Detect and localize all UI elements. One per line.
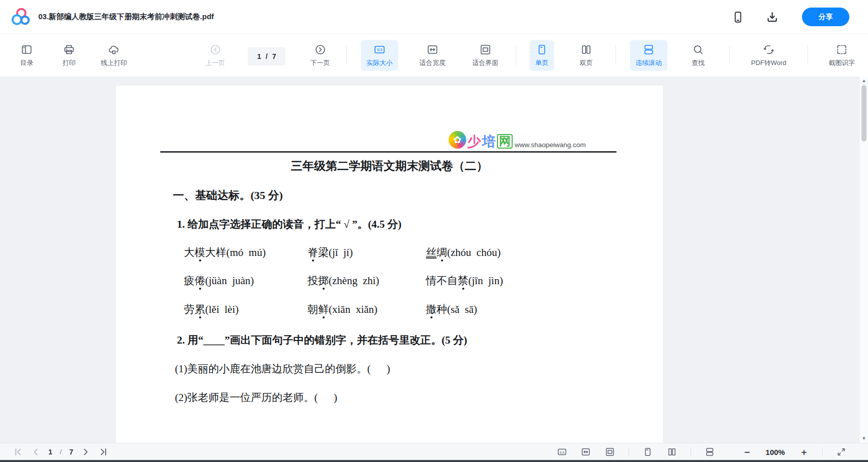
pinyin-row: 大模大样(mó mú)脊梁(jǐ jí)丝绸(zhóu chóu): [184, 245, 501, 259]
shaopeiwang-flower-logo-icon: ✿: [449, 131, 466, 149]
pdf-page: ✿ 少 培 网 www.shaopeiwang.com 三年级第二学期语文期末测…: [116, 86, 663, 443]
toc-icon: [21, 44, 33, 56]
double-page-icon: [580, 44, 592, 56]
toolbar-fit-page[interactable]: 适合界面: [467, 40, 504, 71]
single-page-icon: [536, 44, 548, 56]
toolbar-continuous-scroll[interactable]: 连续滚动: [630, 40, 667, 71]
status-page-total: 7: [69, 448, 73, 456]
viewer-content: ✿ 少 培 网 www.shaopeiwang.com 三年级第二学期语文期末测…: [0, 77, 868, 443]
sub-question-2: (2)张老师是一位严历的老师。( ): [175, 390, 337, 405]
app-logo-icon: [11, 7, 31, 27]
toolbar-prev-page[interactable]: 上一页: [200, 40, 231, 71]
toolbar: 目录 打印 线上打印 上一页: [0, 34, 868, 77]
zoom-level[interactable]: 100%: [766, 447, 785, 456]
toolbar-label: 目录: [20, 58, 33, 68]
toolbar-label: 查找: [692, 58, 705, 68]
pinyin-phrase: 投掷(zhèng zhì): [307, 274, 426, 288]
pinyin-row: 劳累(lěi lèi)朝鲜(xiān xiǎn)撒种(sǎ sā): [184, 302, 477, 316]
window-bottom-edge: [0, 460, 868, 462]
brand-char: 培: [482, 135, 495, 149]
vertical-scrollbar[interactable]: ▲ ▼: [859, 77, 868, 443]
statusbar-divider: [822, 447, 823, 456]
toolbar-label: 下一页: [311, 58, 330, 68]
first-page-icon[interactable]: [13, 447, 23, 457]
brand-char: 少: [467, 135, 481, 149]
status-continuous-scroll-icon[interactable]: [705, 447, 715, 457]
status-page-current: 1: [48, 448, 52, 456]
last-page-icon[interactable]: [98, 447, 108, 457]
question-2: 2. 用“____”画出下面句子中的错别字，并在括号里改正。(5 分): [177, 333, 467, 347]
search-icon: [692, 44, 704, 56]
status-fit-page-icon[interactable]: [605, 447, 615, 457]
page-current: 1: [257, 52, 261, 60]
pinyin-phrase: 朝鲜(xiān xiǎn): [307, 302, 426, 316]
pinyin-phrase: 劳累(lěi lèi): [184, 302, 307, 316]
pinyin-phrase: 疲倦(jüàn juàn): [184, 274, 307, 288]
scroll-down-arrow-icon[interactable]: ▼: [860, 436, 868, 441]
toolbar-label: 适合宽度: [419, 58, 446, 68]
sub-question-1: (1)美丽的小鹿在池唐边欣赏自己的倒影。( ): [175, 362, 390, 376]
toolbar-pdf-to-word[interactable]: PDF转Word: [746, 40, 792, 71]
pdf-viewer-app: 03.新部编人教版三年级下册期末考前冲刺测试卷.pdf 分享 目录: [0, 0, 868, 462]
pinyin-row: 疲倦(jüàn juàn)投掷(zhèng zhì)情不自禁(jīn jìn): [184, 274, 503, 288]
toolbar-next-page[interactable]: 下一页: [305, 40, 336, 71]
status-page-separator: /: [60, 448, 62, 455]
toolbar-double-page[interactable]: 双页: [574, 40, 598, 71]
toolbar-label: 截图识字: [829, 58, 855, 68]
brand-url: www.shaopeiwang.com: [515, 141, 586, 149]
toolbar-screenshot-ocr[interactable]: 截图识字: [823, 40, 860, 71]
toolbar-label: PDF转Word: [751, 58, 786, 68]
page-total: 7: [272, 52, 276, 60]
brand-char: 网: [497, 134, 513, 149]
toolbar-divider: [615, 46, 616, 65]
toolbar-divider: [516, 46, 516, 65]
statusbar-divider: [691, 447, 691, 456]
pinyin-phrase: 脊梁(jǐ jí): [307, 245, 426, 259]
toolbar-toc[interactable]: 目录: [15, 40, 39, 71]
zoom-out-button[interactable]: −: [744, 447, 750, 456]
toolbar-single-page[interactable]: 单页: [530, 40, 554, 71]
prev-page-icon[interactable]: [31, 447, 41, 457]
header-actions: 分享: [731, 8, 849, 26]
toolbar-label: 上一页: [206, 58, 225, 68]
scrollbar-thumb[interactable]: [861, 85, 866, 142]
convert-icon: [763, 44, 775, 56]
next-page-icon[interactable]: [81, 447, 91, 457]
toolbar-page-indicator[interactable]: 1 / 7: [247, 47, 285, 65]
prev-page-icon: [209, 44, 221, 56]
toolbar-label: 线上打印: [101, 58, 127, 68]
toolbar-actual-size[interactable]: 1:1 实际大小: [361, 40, 398, 71]
exam-title: 三年级第二学期语文期末测试卷（二）: [116, 158, 663, 174]
toolbar-fit-width[interactable]: 适合宽度: [414, 40, 451, 71]
share-button[interactable]: 分享: [802, 8, 849, 26]
fullscreen-icon[interactable]: [836, 447, 846, 457]
flower-glyph: ✿: [454, 135, 462, 145]
toolbar-label: 连续滚动: [636, 58, 662, 68]
pinyin-phrase: 撒种(sǎ sā): [426, 302, 477, 316]
status-fit-width-icon[interactable]: [581, 447, 591, 457]
fit-page-icon: [479, 44, 491, 56]
document-title: 03.新部编人教版三年级下册期末考前冲刺测试卷.pdf: [38, 12, 214, 22]
toolbar-divider: [808, 46, 808, 65]
status-single-page-icon[interactable]: [643, 447, 653, 457]
toolbar-divider: [346, 46, 347, 65]
toolbar-online-print[interactable]: 线上打印: [95, 40, 133, 71]
continuous-scroll-icon: [643, 44, 655, 56]
scroll-up-arrow-icon[interactable]: ▲: [860, 78, 868, 83]
download-icon[interactable]: [766, 11, 779, 24]
mobile-phone-icon[interactable]: [731, 11, 745, 24]
zoom-in-button[interactable]: +: [801, 447, 807, 456]
toolbar-print[interactable]: 打印: [57, 40, 81, 71]
status-actual-size-icon[interactable]: 1:1: [557, 447, 567, 457]
watermark-brand: ✿ 少 培 网 www.shaopeiwang.com: [449, 131, 586, 149]
fit-width-icon: [426, 44, 439, 56]
toolbar-find[interactable]: 查找: [686, 40, 710, 71]
toolbar-label: 实际大小: [366, 58, 393, 68]
page-separator: /: [266, 52, 268, 60]
status-double-page-icon[interactable]: [667, 447, 677, 457]
section-heading: 一、基础达标。(35 分): [173, 188, 283, 203]
toolbar-divider: [729, 46, 730, 65]
actual-size-icon: 1:1: [374, 44, 386, 56]
pinyin-phrase: 大模大样(mó mú): [184, 245, 307, 259]
screenshot-crop-icon: [836, 44, 848, 56]
